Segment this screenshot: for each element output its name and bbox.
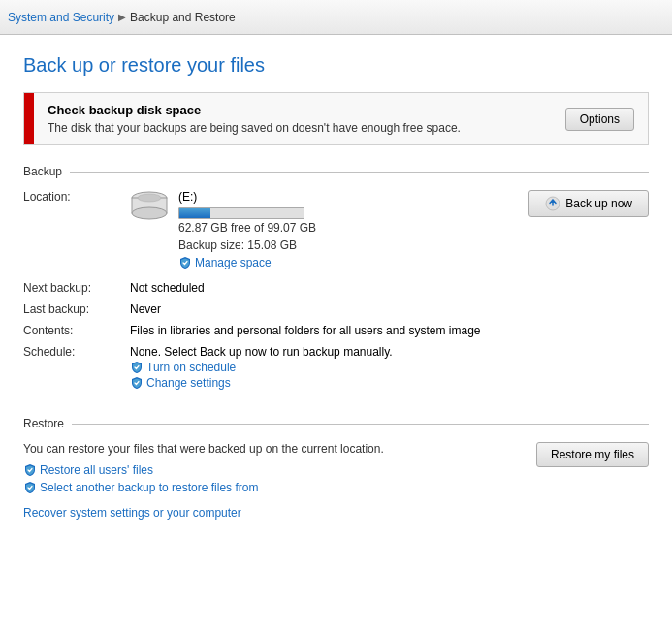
svg-point-3 xyxy=(138,194,161,202)
next-backup-row: Next backup: Not scheduled xyxy=(23,281,509,295)
main-content: Back up or restore your files Check back… xyxy=(0,35,672,632)
breadcrumb-separator: ▶ xyxy=(118,12,126,22)
free-space: 62.87 GB free of 99.07 GB xyxy=(178,221,316,235)
next-backup-label: Next backup: xyxy=(23,281,130,295)
backup-divider xyxy=(70,172,649,173)
progress-bar-fill xyxy=(179,208,210,218)
breadcrumb-backup-restore: Backup and Restore xyxy=(130,11,236,24)
turn-on-schedule-label: Turn on schedule xyxy=(146,361,236,374)
warning-content: Check backup disk space The disk that yo… xyxy=(34,93,552,144)
turn-on-schedule-link[interactable]: Turn on schedule xyxy=(130,361,509,374)
restore-text: You can restore your files that were bac… xyxy=(23,442,517,456)
contents-row: Contents: Files in libraries and persona… xyxy=(23,324,509,337)
change-settings-label: Change settings xyxy=(146,376,231,390)
options-button[interactable]: Options xyxy=(565,108,634,131)
schedule-value: None. Select Back up now to run backup m… xyxy=(130,345,509,359)
location-label: Location: xyxy=(23,190,130,204)
warning-stripe xyxy=(24,93,34,144)
select-another-icon xyxy=(23,481,37,494)
progress-bar-container xyxy=(178,207,304,219)
restore-all-users-link[interactable]: Restore all users' files xyxy=(23,463,517,477)
backup-section: Backup Location: xyxy=(23,165,649,397)
restore-content: You can restore your files that were bac… xyxy=(23,442,649,498)
schedule-info: None. Select Back up now to run backup m… xyxy=(130,345,509,390)
last-backup-label: Last backup: xyxy=(23,302,130,316)
restore-btn-area: Restore my files xyxy=(536,442,649,467)
manage-space-label: Manage space xyxy=(195,256,272,269)
contents-value: Files in libraries and personal folders … xyxy=(130,324,509,337)
backup-label: Backup xyxy=(23,165,62,178)
change-settings-link[interactable]: Change settings xyxy=(130,376,509,390)
location-info: (E:) 62.87 GB free of 99.07 GB Backup si… xyxy=(178,190,316,269)
turn-on-schedule-icon xyxy=(130,361,144,374)
schedule-label: Schedule: xyxy=(23,345,130,390)
back-up-now-button[interactable]: Back up now xyxy=(528,190,649,217)
recover-system-link[interactable]: Recover system settings or your computer xyxy=(23,506,241,520)
warning-box: Check backup disk space The disk that yo… xyxy=(23,92,649,145)
warning-btn-area: Options xyxy=(552,93,648,144)
backup-right: Back up now xyxy=(528,190,649,217)
change-settings-icon xyxy=(130,376,144,390)
manage-space-shield-icon xyxy=(178,256,192,269)
restore-section-header: Restore xyxy=(23,417,649,430)
location-row: Location: (E:) xyxy=(23,190,509,269)
back-up-now-icon xyxy=(545,196,560,211)
backup-info: Location: (E:) xyxy=(23,190,509,397)
restore-all-users-icon xyxy=(23,463,37,477)
warning-title: Check backup disk space xyxy=(48,103,538,117)
restore-divider xyxy=(72,424,649,425)
location-drive: (E:) xyxy=(178,190,316,204)
schedule-row: Schedule: None. Select Back up now to ru… xyxy=(23,345,509,390)
manage-space-link[interactable]: Manage space xyxy=(178,256,316,269)
select-another-backup-link[interactable]: Select another backup to restore files f… xyxy=(23,481,517,494)
restore-section: Restore You can restore your files that … xyxy=(23,417,649,520)
backup-size: Backup size: 15.08 GB xyxy=(178,238,316,252)
info-rows: Next backup: Not scheduled Last backup: … xyxy=(23,281,509,390)
restore-label: Restore xyxy=(23,417,64,430)
disk-icon xyxy=(130,190,169,221)
last-backup-row: Last backup: Never xyxy=(23,302,509,316)
restore-my-files-button[interactable]: Restore my files xyxy=(536,442,649,467)
restore-info: You can restore your files that were bac… xyxy=(23,442,517,498)
breadcrumb-system-security[interactable]: System and Security xyxy=(8,11,114,24)
back-up-now-label: Back up now xyxy=(565,197,632,210)
title-bar: System and Security ▶ Backup and Restore xyxy=(0,0,672,35)
svg-point-2 xyxy=(132,207,167,219)
last-backup-value: Never xyxy=(130,302,509,316)
contents-label: Contents: xyxy=(23,324,130,337)
next-backup-value: Not scheduled xyxy=(130,281,509,295)
backup-section-header: Backup xyxy=(23,165,649,178)
breadcrumb: System and Security ▶ Backup and Restore xyxy=(8,11,236,24)
backup-content: Location: (E:) xyxy=(23,190,649,397)
warning-text: The disk that your backups are being sav… xyxy=(48,121,538,135)
restore-all-users-label: Restore all users' files xyxy=(40,463,153,477)
select-another-label: Select another backup to restore files f… xyxy=(40,481,258,494)
page-title: Back up or restore your files xyxy=(23,54,649,77)
